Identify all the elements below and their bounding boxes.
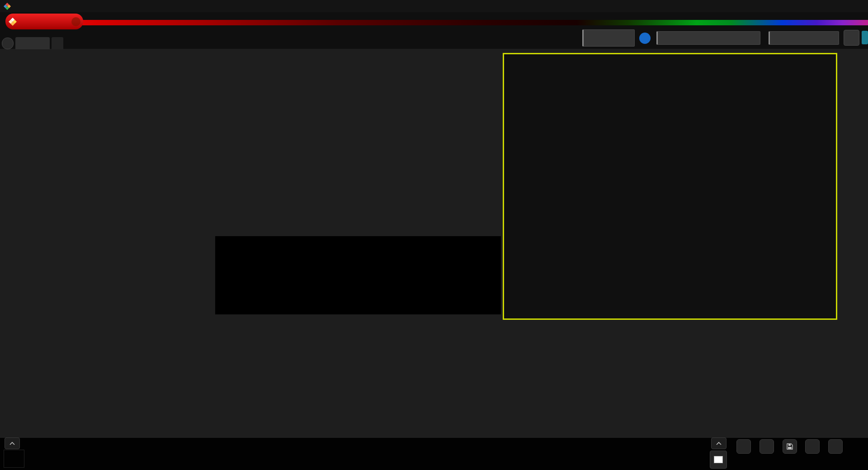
delta-h-title [419,58,502,67]
pattern-generator-dropdown[interactable] [656,31,760,45]
continuous-measure-button[interactable] [805,439,820,454]
brand-gradient-strip [12,20,868,25]
title-bar [0,0,868,12]
deltae2000-chart-title [36,88,215,97]
toolbar [0,12,868,49]
save-button[interactable] [783,439,797,454]
workflow-color-chip[interactable] [862,31,868,44]
current-reading-panel [42,335,191,342]
cie-chart-title [504,57,836,66]
display-control-dropdown[interactable] [769,31,839,45]
refresh-button[interactable] [828,439,843,454]
minimize-button[interactable] [806,0,826,12]
delta-l-chart [229,58,312,67]
stop-button[interactable] [736,439,751,454]
calman-diamond-icon [8,17,17,26]
chevron-up-icon [716,442,722,445]
delta-h-chart [419,58,502,67]
delta-l-title [229,58,312,67]
pattern-window-icon [714,456,723,463]
rgb-balance-title [203,328,334,337]
collapse-left-panel-button[interactable] [5,437,20,449]
actual-row-label [217,239,223,271]
close-button[interactable] [847,0,868,12]
calman-logo-button[interactable] [5,14,83,29]
settings-gear-button[interactable] [844,30,859,46]
target-row-label [217,271,223,302]
meter-dropdown[interactable] [582,29,635,47]
actual-target-swatch-strip [215,236,501,314]
save-icon [786,443,793,450]
delta-c-chart [324,58,407,67]
rgb-balance-chart [203,328,334,337]
tab-history-1[interactable] [15,37,50,49]
add-tab-button[interactable] [52,37,63,49]
collapse-right-panel-button[interactable] [711,437,726,449]
meter-count-badge[interactable] [639,33,651,44]
next-button[interactable] [814,455,820,469]
pattern-window-button[interactable] [710,451,727,469]
play-button[interactable] [760,439,774,454]
cie-1931-panel [503,53,837,320]
maximize-button[interactable] [826,0,847,12]
tab-scroll-button[interactable] [2,38,14,49]
app-icon [4,3,11,10]
logo-caret-icon[interactable] [71,17,80,26]
delta-c-title [324,58,407,67]
chevron-up-icon [9,442,15,445]
bottom-bar [0,438,868,470]
current-color-swatch [4,450,24,468]
window-controls [806,0,868,12]
calman-app [0,0,868,470]
back-button[interactable] [741,455,748,469]
